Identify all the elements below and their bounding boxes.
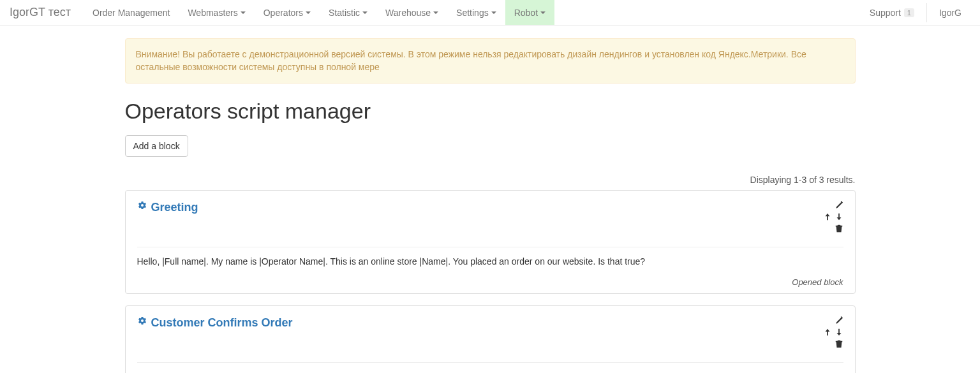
nav-label: IgorG bbox=[939, 8, 961, 18]
nav-item-statistic[interactable]: Statistic bbox=[320, 0, 376, 25]
main-container: Внимание! Вы работаете с демонстрационно… bbox=[115, 38, 865, 373]
chevron-down-icon bbox=[241, 11, 246, 14]
move-down-icon[interactable] bbox=[835, 212, 843, 221]
block-header: Greeting bbox=[137, 201, 843, 235]
nav-label: Operators bbox=[264, 8, 303, 18]
block-divider bbox=[137, 247, 843, 247]
script-block: Greeting bbox=[125, 190, 856, 294]
block-title-text: Greeting bbox=[151, 201, 198, 214]
edit-icon[interactable] bbox=[835, 316, 843, 325]
chevron-down-icon bbox=[433, 11, 438, 14]
nav-label: Settings bbox=[456, 8, 489, 18]
results-summary: Displaying 1-3 of 3 results. bbox=[125, 175, 856, 185]
block-title-link[interactable]: Customer Confirms Order bbox=[137, 316, 818, 330]
gear-icon bbox=[137, 201, 147, 214]
chevron-down-icon bbox=[540, 11, 546, 14]
navbar: IgorGT тест Order Management Webmasters … bbox=[0, 0, 980, 26]
page-title: Operators script manager bbox=[125, 99, 856, 124]
nav-item-warehouse[interactable]: Warehouse bbox=[376, 0, 447, 25]
nav-item-order-management[interactable]: Order Management bbox=[84, 0, 179, 25]
block-actions bbox=[823, 201, 843, 235]
move-down-icon[interactable] bbox=[835, 328, 843, 337]
gear-icon bbox=[137, 316, 147, 330]
nav-label: Warehouse bbox=[385, 8, 431, 18]
nav-item-user[interactable]: IgorG bbox=[930, 0, 970, 25]
chevron-down-icon bbox=[306, 11, 311, 14]
support-badge: 1 bbox=[904, 8, 914, 17]
add-block-button[interactable]: Add a block bbox=[125, 135, 188, 157]
block-actions bbox=[823, 316, 843, 351]
nav-item-support[interactable]: Support 1 bbox=[861, 0, 923, 25]
nav-label: Statistic bbox=[329, 8, 360, 18]
nav-item-settings[interactable]: Settings bbox=[447, 0, 505, 25]
block-title-text: Customer Confirms Order bbox=[151, 316, 293, 330]
delete-icon[interactable] bbox=[835, 224, 843, 233]
script-block: Customer Confirms Order bbox=[125, 305, 856, 373]
block-divider bbox=[137, 362, 843, 363]
nav-label: Order Management bbox=[93, 8, 170, 18]
demo-alert: Внимание! Вы работаете с демонстрационно… bbox=[125, 38, 856, 84]
nav-item-webmasters[interactable]: Webmasters bbox=[179, 0, 254, 25]
block-header: Customer Confirms Order bbox=[137, 316, 843, 351]
block-status: Opened block bbox=[137, 277, 843, 287]
nav-right: Support 1 IgorG bbox=[861, 0, 970, 25]
nav-item-operators[interactable]: Operators bbox=[255, 0, 320, 25]
nav-label: Support bbox=[870, 8, 901, 18]
move-up-icon[interactable] bbox=[823, 212, 832, 221]
delete-icon[interactable] bbox=[835, 339, 843, 348]
chevron-down-icon bbox=[362, 11, 368, 14]
move-up-icon[interactable] bbox=[823, 328, 832, 337]
nav-item-robot[interactable]: Robot bbox=[505, 0, 554, 25]
edit-icon[interactable] bbox=[835, 201, 843, 210]
block-body: Great, let me tell you a little about ho… bbox=[137, 370, 843, 373]
block-title-link[interactable]: Greeting bbox=[137, 201, 818, 214]
chevron-down-icon bbox=[491, 11, 496, 14]
nav-left: Order Management Webmasters Operators St… bbox=[84, 0, 861, 25]
brand-link[interactable]: IgorGT тест bbox=[10, 6, 71, 19]
block-body: Hello, |Full name|. My name is |Operator… bbox=[137, 255, 843, 268]
nav-divider bbox=[926, 3, 927, 22]
nav-label: Robot bbox=[514, 8, 538, 18]
nav-label: Webmasters bbox=[188, 8, 237, 18]
